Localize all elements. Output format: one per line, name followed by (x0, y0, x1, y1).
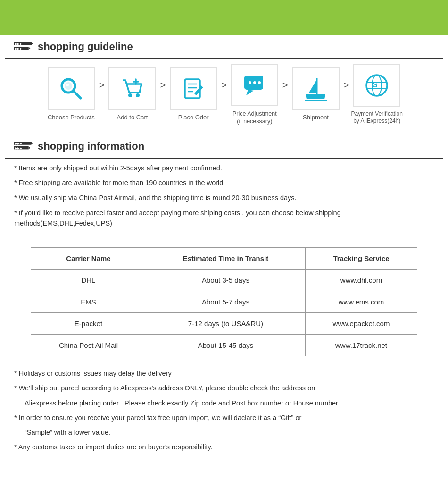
arrow-1: > (99, 80, 105, 110)
ship-icon (303, 76, 329, 102)
svg-marker-35 (28, 146, 30, 149)
table-row-2: E-packet7-12 days (to USA&RU)www.epacket… (31, 313, 417, 335)
table-cell-1-2: www.ems.com (306, 291, 417, 313)
step-payment-verification: $ Payment Verification by AliExpress(24h… (351, 64, 403, 125)
note-line-4: * Any customs taxes or import duties are… (14, 442, 434, 453)
chat-icon (241, 72, 268, 98)
info-section: * Items are only shipped out within 2-5d… (0, 159, 448, 238)
svg-point-10 (128, 93, 132, 97)
table-cell-0-0: DHL (31, 270, 146, 291)
note-line-1: * Holidays or customs issues may delay t… (14, 368, 434, 379)
step-shipment: Shipment (290, 67, 342, 122)
step4-icon-box (231, 64, 278, 106)
svg-point-22 (253, 81, 256, 84)
arrow-5: > (344, 80, 349, 110)
order-icon (180, 76, 207, 102)
cart-icon (119, 76, 145, 102)
step5-icon-box (292, 67, 340, 110)
step2-icon-box (108, 67, 156, 110)
svg-text:▶▶▶: ▶▶▶ (15, 42, 22, 45)
svg-point-23 (258, 81, 261, 84)
notes-section: * Holidays or customs issues may delay t… (0, 366, 448, 466)
svg-text:$: $ (373, 81, 377, 89)
svg-text:▶▶▶: ▶▶▶ (15, 146, 22, 149)
information-header-icon: ▶▶▶ ▶▶▶ (14, 140, 33, 153)
step-add-to-cart: Add to Cart (106, 67, 158, 122)
payment-icon: $ (364, 72, 390, 99)
note-line-2a: * We'll ship out parcel according to Ali… (14, 383, 434, 394)
table-cell-2-2: www.epacket.com (306, 313, 417, 335)
svg-marker-33 (31, 142, 33, 144)
svg-text:▶▶▶: ▶▶▶ (15, 142, 22, 145)
step3-label: Place Oder (178, 114, 209, 122)
step5-label: Shipment (303, 114, 329, 122)
table-cell-1-1: About 5-7 days (146, 291, 305, 313)
step6-icon-box: $ (353, 64, 400, 107)
table-cell-3-2: www.17track.net (306, 335, 417, 356)
search-icon (58, 76, 84, 102)
table-cell-0-1: About 3-5 days (146, 270, 305, 291)
information-header: ▶▶▶ ▶▶▶ shopping information (5, 135, 443, 159)
svg-point-11 (136, 93, 140, 97)
svg-point-21 (249, 81, 251, 84)
svg-marker-3 (28, 47, 30, 50)
step3-icon-box (170, 67, 217, 110)
step4-label: Price Adjustment (if necessary) (232, 110, 277, 126)
info-line-3: * We usually ship via China Post Airmail… (14, 193, 434, 203)
note-line-2b: Aliexpress before placing order . Please… (14, 398, 434, 409)
table-row-3: China Post Ail MailAbout 15-45 dayswww.1… (31, 335, 417, 356)
information-title: shopping information (38, 140, 144, 152)
step2-label: Add to Cart (117, 114, 148, 122)
arrow-2: > (160, 80, 166, 110)
svg-marker-24 (308, 79, 317, 93)
svg-line-8 (73, 91, 81, 98)
table-cell-1-0: EMS (31, 291, 146, 313)
info-line-4: * If you'd like to receive parcel faster… (14, 208, 434, 229)
step1-icon-box (48, 67, 95, 110)
top-banner (0, 0, 448, 35)
step-price-adjustment: Price Adjustment (if necessary) (229, 64, 281, 126)
step-place-order: Place Oder (167, 67, 219, 122)
step6-label: Payment Verification by AliExpress(24h) (351, 110, 403, 125)
step1-label: Choose Products (48, 114, 95, 122)
table-cell-3-0: China Post Ail Mail (31, 335, 146, 356)
col-carrier: Carrier Name (31, 248, 146, 270)
svg-marker-20 (246, 90, 254, 95)
arrow-4: > (282, 80, 288, 110)
col-tracking: Tracking Service (306, 248, 417, 270)
note-line-3b: “Sample” with a lower value. (14, 427, 434, 438)
svg-point-9 (66, 84, 69, 86)
table-row-0: DHLAbout 3-5 dayswww.dhl.com (31, 270, 417, 291)
table-cell-0-2: www.dhl.com (306, 270, 417, 291)
svg-rect-14 (185, 79, 200, 98)
guideline-header-icon: ▶▶▶ ▶▶▶ (14, 40, 33, 53)
guideline-header: ▶▶▶ ▶▶▶ shopping guideline (5, 35, 443, 59)
info-line-1: * Items are only shipped out within 2-5d… (14, 163, 434, 174)
col-time: Estimated Time in Transit (146, 248, 305, 270)
table-cell-2-0: E-packet (31, 313, 146, 335)
svg-marker-1 (31, 42, 33, 45)
table-row-1: EMSAbout 5-7 dayswww.ems.com (31, 291, 417, 313)
guideline-title: shopping guideline (38, 41, 133, 53)
svg-text:▶▶▶: ▶▶▶ (15, 47, 22, 50)
arrow-3: > (221, 80, 227, 110)
steps-container: Choose Products > Add to Cart > (0, 59, 448, 135)
step-choose-products: Choose Products (45, 67, 97, 122)
table-cell-2-1: 7-12 days (to USA&RU) (146, 313, 305, 335)
info-line-2: * Free shipping are available for more t… (14, 178, 434, 188)
note-line-3a: * In order to ensure you receive your pa… (14, 413, 434, 423)
shipping-table: Carrier Name Estimated Time in Transit T… (31, 247, 417, 356)
table-cell-3-1: About 15-45 days (146, 335, 305, 356)
